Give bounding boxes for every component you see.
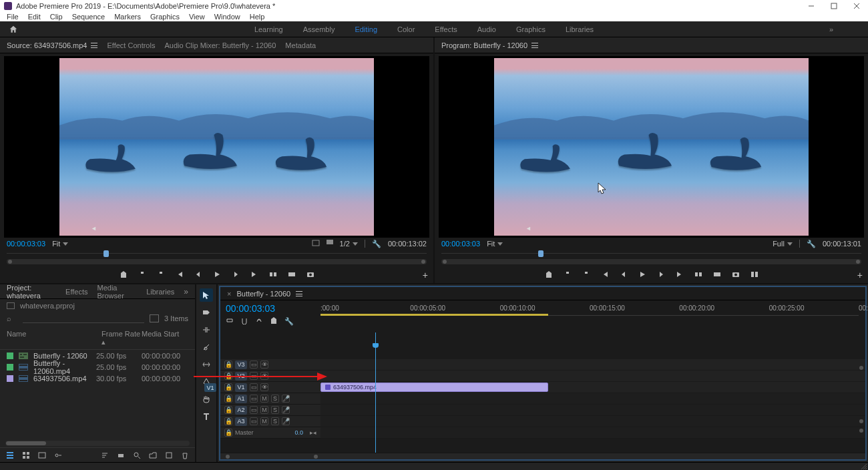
sync-lock-icon[interactable]: ▭ [250,406,258,414]
drag-video-icon[interactable] [327,240,333,248]
mark-in-icon[interactable] [138,270,147,279]
source-zoom-scroll[interactable] [7,259,427,264]
freeform-view-icon[interactable] [37,451,47,460]
clear-icon[interactable] [180,451,190,460]
panel-menu-icon[interactable] [296,291,302,296]
search-input[interactable] [23,314,144,323]
program-time-slider[interactable] [441,250,861,258]
step-forward-icon[interactable] [656,270,666,279]
sync-lock-icon[interactable]: ▭ [250,372,258,380]
source-zoom-select[interactable]: Fit [52,240,68,248]
mute-icon[interactable]: M [260,417,268,425]
toggle-output-icon[interactable]: 👁 [260,383,268,391]
go-to-out-icon[interactable] [250,270,259,279]
settings-icon[interactable]: 🔧 [807,240,816,248]
solo-icon[interactable]: S [271,395,279,403]
menu-window[interactable]: Window [214,13,240,21]
timeline-hscroll[interactable] [220,453,865,459]
track-label[interactable]: V1 [235,383,247,392]
search-icon[interactable]: ⌕ [7,314,17,322]
audio-track[interactable] [320,405,865,416]
export-frame-icon[interactable] [306,270,315,279]
tab-project[interactable]: Project: whatevera [7,284,56,300]
workspace-color[interactable]: Color [397,25,415,33]
new-bin-button-icon[interactable] [148,451,158,460]
icon-view-icon[interactable] [21,451,31,460]
timeline-sequence-tab[interactable]: Butterfly - 12060 [236,290,290,298]
workspace-editing[interactable]: Editing [355,25,377,33]
collapse-icon[interactable]: ▸◂ [310,429,316,436]
program-current-timecode[interactable]: 00:00:03:03 [441,240,480,248]
new-item-icon[interactable] [164,451,174,460]
step-back-icon[interactable] [194,270,203,279]
track-label[interactable]: A3 [235,417,247,426]
tab-libraries[interactable]: Libraries [146,288,174,296]
tab-audio-clip-mixer[interactable]: Audio Clip Mixer: Butterfly - 12060 [164,41,276,49]
list-view-icon[interactable] [5,451,15,460]
snap-icon[interactable] [240,316,248,326]
tab-program[interactable]: Program: Butterfly - 12060 [441,41,538,49]
lock-icon[interactable]: 🔒 [224,372,232,380]
timeline-vscroll[interactable] [859,366,864,433]
workspace-audio[interactable]: Audio [477,25,496,33]
menu-sequence[interactable]: Sequence [72,13,105,21]
play-icon[interactable] [638,270,647,279]
project-item[interactable]: Butterfly - 12060 25.00 fps 00:00:00:00 [0,350,195,361]
track-label[interactable]: A2 [235,406,247,415]
sync-lock-icon[interactable]: ▭ [250,395,258,403]
sync-lock-icon[interactable]: ▭ [250,417,258,425]
safe-margins-icon[interactable] [312,240,320,248]
linked-selection-icon[interactable] [255,316,263,326]
voice-over-icon[interactable]: 🎤 [282,395,290,403]
overwrite-icon[interactable] [287,270,296,279]
workspace-graphics[interactable]: Graphics [516,25,546,33]
find-icon[interactable] [132,451,142,460]
tab-media-browser[interactable]: Media Browser [97,284,138,300]
comparison-view-icon[interactable] [750,270,759,279]
lift-icon[interactable] [694,270,703,279]
export-frame-icon[interactable] [731,270,740,279]
video-track-header[interactable]: 🔒V3▭👁 [220,359,320,371]
track-label[interactable]: V2 [235,372,247,381]
settings-icon[interactable]: 🔧 [372,240,381,248]
audio-track-header[interactable]: 🔒A3▭MS🎤 [220,416,320,427]
mark-out-icon[interactable] [156,270,166,279]
type-tool-icon[interactable] [200,410,213,423]
home-button[interactable] [0,25,27,34]
timeline-tracks[interactable]: 634937506.mp4 [320,332,865,453]
panel-overflow-icon[interactable]: » [184,287,188,296]
step-back-icon[interactable] [619,270,628,279]
track-label[interactable]: V3 [235,361,247,369]
menu-markers[interactable]: Markers [114,13,141,21]
voice-over-icon[interactable]: 🎤 [282,406,290,414]
insert-sequence-icon[interactable] [226,316,234,326]
lock-icon[interactable]: 🔒 [224,417,232,425]
video-track[interactable]: 634937506.mp4 [320,382,865,393]
toggle-output-icon[interactable]: 👁 [260,372,268,380]
label-color[interactable] [7,364,13,371]
new-bin-icon[interactable] [150,314,159,322]
video-track[interactable] [320,359,865,371]
mute-icon[interactable]: M [260,395,268,403]
tab-effects[interactable]: Effects [65,288,87,296]
play-icon[interactable] [212,270,222,279]
project-item[interactable]: 634937506.mp4 30.00 fps 00:00:00:00 [0,373,195,384]
menu-file[interactable]: File [7,13,19,21]
master-db[interactable]: 0.0 [294,429,303,436]
window-close[interactable] [845,0,868,12]
track-label[interactable]: A1 [235,395,247,403]
source-viewer[interactable]: ◄ [4,56,429,238]
tab-metadata[interactable]: Metadata [285,41,316,49]
add-marker-icon[interactable] [270,316,278,326]
sync-lock-icon[interactable]: ▭ [250,383,258,391]
source-current-timecode[interactable]: 00:00:03:03 [7,240,45,248]
solo-icon[interactable]: S [271,417,279,425]
menu-clip[interactable]: Clip [50,13,63,21]
solo-icon[interactable]: S [271,406,279,414]
col-name[interactable]: Name [7,330,101,346]
resize-grip-icon[interactable] [860,463,867,469]
go-to-in-icon[interactable] [175,270,184,279]
workspace-libraries[interactable]: Libraries [566,25,594,33]
window-maximize[interactable] [823,0,845,12]
lock-icon[interactable]: 🔒 [224,383,232,391]
